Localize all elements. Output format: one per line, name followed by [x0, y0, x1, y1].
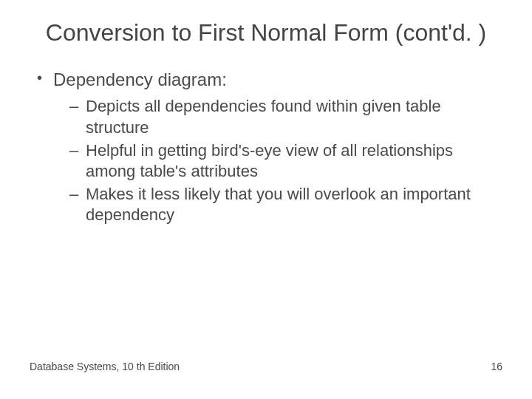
footer-left: Database Systems, 10 th Edition	[30, 361, 180, 372]
bullet-sub-3: Makes it less likely that you will overl…	[69, 184, 502, 226]
bullet-sub-2: Helpful in getting bird's-eye view of al…	[69, 140, 502, 183]
slide: Conversion to First Normal Form (cont'd.…	[0, 0, 532, 399]
bullet-list-level1: Dependency diagram: Depicts all dependen…	[34, 68, 502, 226]
bullet-main-text: Dependency diagram:	[53, 69, 227, 89]
bullet-list-level2: Depicts all dependencies found within gi…	[53, 96, 502, 226]
bullet-main: Dependency diagram: Depicts all dependen…	[34, 68, 502, 226]
bullet-sub-1: Depicts all dependencies found within gi…	[69, 96, 502, 138]
slide-content: Dependency diagram: Depicts all dependen…	[30, 68, 502, 226]
page-number: 16	[491, 361, 502, 372]
slide-title: Conversion to First Normal Form (cont'd.…	[30, 18, 502, 47]
